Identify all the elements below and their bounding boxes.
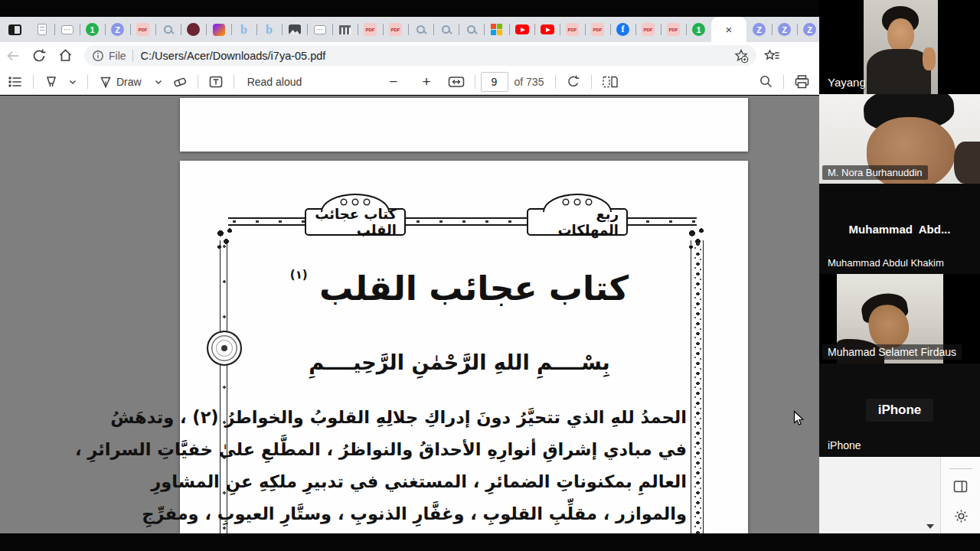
browser-tab[interactable] (459, 17, 484, 42)
highlighter-menu-button[interactable] (64, 71, 82, 93)
participant-name-label: M. Nora Burhanuddin (822, 165, 928, 180)
highlighter-button[interactable] (39, 71, 64, 93)
participant-tile-muhammad-abdul[interactable]: Muhammad Abd... Muhammad Abdul Khakim (819, 184, 980, 274)
browser-tab[interactable]: PDF (130, 17, 155, 42)
participant-name-label: Yayang (822, 74, 871, 90)
bottom-black-bar (0, 533, 980, 551)
address-field[interactable]: File C:/Users/Acer/Downloads/i7ya-05.pdf (84, 45, 756, 66)
browser-tab[interactable] (155, 17, 181, 42)
draw-button[interactable]: Draw (93, 71, 149, 93)
home-button[interactable] (52, 44, 78, 67)
read-aloud-button[interactable]: Read aloud (240, 71, 310, 93)
toolbar-divider (234, 75, 234, 89)
contents-icon (8, 75, 23, 89)
contents-button[interactable] (3, 71, 28, 93)
browser-tab[interactable]: PDF (383, 17, 408, 42)
browser-tab[interactable]: PDF (585, 17, 610, 42)
pdf-favicon-icon: PDF (642, 23, 655, 36)
pdf-favicon-icon: PDF (591, 23, 604, 36)
browser-tab[interactable] (408, 17, 433, 42)
rotate-icon (566, 74, 581, 90)
browser-tab[interactable] (534, 17, 560, 42)
browser-tab[interactable]: f (610, 17, 635, 42)
fit-width-button[interactable] (443, 71, 469, 93)
browser-tab[interactable] (332, 17, 358, 42)
participant-tile-nora[interactable]: M. Nora Burhanuddin (819, 94, 980, 184)
pdf-search-button[interactable] (754, 71, 778, 93)
facebook-favicon-icon: f (616, 23, 629, 36)
pdf-favicon-icon: PDF (667, 23, 680, 36)
toolbar-divider (555, 75, 556, 89)
border-medallion-ornament (207, 331, 242, 366)
print-button[interactable] (789, 71, 815, 93)
search-favicon-icon (442, 25, 450, 34)
page-number-input[interactable] (481, 72, 508, 92)
browser-tab[interactable]: PDF (358, 17, 383, 42)
favorites-hub-button[interactable] (756, 44, 787, 67)
eraser-button[interactable] (168, 71, 192, 93)
participant-tile-yayang[interactable]: Yayang (819, 0, 980, 94)
search-icon (759, 74, 773, 89)
z-favicon-icon: Z (778, 23, 791, 36)
draw-menu-button[interactable] (149, 71, 168, 93)
toolbar-divider (87, 75, 88, 89)
info-icon[interactable] (92, 50, 104, 62)
avatar (867, 49, 931, 94)
active-tab[interactable]: × (711, 17, 746, 42)
one-favicon-icon: 1 (86, 23, 99, 36)
browser-tab[interactable] (206, 17, 231, 42)
tab-close-icon[interactable]: × (726, 24, 733, 35)
body-text-line: الحمدُ للهِ الذي تتحيَّرُ دونَ إدراكِ جل… (232, 407, 687, 439)
toolbar-divider (475, 75, 475, 89)
pdf-favicon-icon: PDF (566, 23, 579, 36)
zoom-out-button[interactable]: − (377, 71, 410, 93)
browser-tab[interactable]: 1 (686, 17, 711, 42)
browser-tab[interactable]: Z (772, 17, 797, 42)
search-favicon-icon (164, 25, 172, 34)
browser-tab[interactable]: b (231, 17, 256, 42)
favorites-hub-icon (763, 48, 780, 64)
browser-tab[interactable] (29, 17, 54, 42)
chapter-title-text: كتاب عجائب القلب (319, 269, 629, 308)
back-button[interactable] (0, 44, 26, 67)
add-text-button[interactable] (204, 71, 228, 93)
browser-tab[interactable]: PDF (560, 17, 585, 42)
browser-tab[interactable]: b (256, 17, 282, 42)
add-text-icon (208, 74, 224, 90)
browser-tab[interactable] (484, 17, 509, 42)
pdf-viewport: كتاب عجائب القلب ربع المهلكات كتاب عجائب… (0, 96, 819, 533)
browser-tab[interactable]: ··· (307, 17, 332, 42)
tab-actions-menu-button[interactable] (0, 17, 29, 42)
file-scheme-label: File (109, 50, 126, 62)
bank-favicon-icon (339, 25, 351, 34)
browser-tab[interactable]: Z (746, 17, 772, 42)
body-text-line: العالمِ بمكنوناتِ الضمائرِ ، المستغني في… (232, 471, 687, 504)
browser-tab[interactable]: PDF (635, 17, 661, 42)
browser-tab[interactable]: Z (105, 17, 130, 42)
pdf-favicon-icon: PDF (389, 23, 402, 36)
mouse-cursor (793, 410, 805, 430)
browser-tab[interactable] (282, 17, 307, 42)
z-favicon-icon: Z (753, 23, 766, 36)
participant-tile-iphone[interactable]: iPhone iPhone (819, 364, 980, 457)
participant-video (864, 0, 938, 94)
browser-tab[interactable]: 1 (80, 17, 105, 42)
pen-icon (98, 74, 113, 90)
browser-tab[interactable] (433, 17, 459, 42)
browser-tab[interactable]: PDF (661, 17, 686, 42)
rotate-button[interactable] (561, 71, 586, 93)
add-favorite-star-icon[interactable] (733, 48, 749, 64)
page-view-button[interactable] (597, 71, 623, 93)
browser-tab[interactable] (509, 17, 534, 42)
browser-tab[interactable]: ··· (54, 17, 80, 42)
chapter-title: كتاب عجائب القلب (١) (234, 268, 685, 308)
refresh-button[interactable] (26, 44, 52, 67)
browser-tab[interactable] (181, 17, 206, 42)
pdf-previous-page (180, 98, 748, 152)
screen: ···1ZPDFbb···PDFPDFPDFPDFfPDFPDF1×ZZZZ F… (0, 0, 980, 551)
zoom-in-button[interactable]: + (410, 71, 443, 93)
participant-tile-selamet[interactable]: Muhamad Selamet Firdaus (819, 274, 980, 364)
participant-name-label: Muhamad Selamet Firdaus (822, 344, 962, 360)
browser-tab[interactable]: Z (797, 17, 819, 42)
tab-actions-icon (8, 24, 21, 35)
